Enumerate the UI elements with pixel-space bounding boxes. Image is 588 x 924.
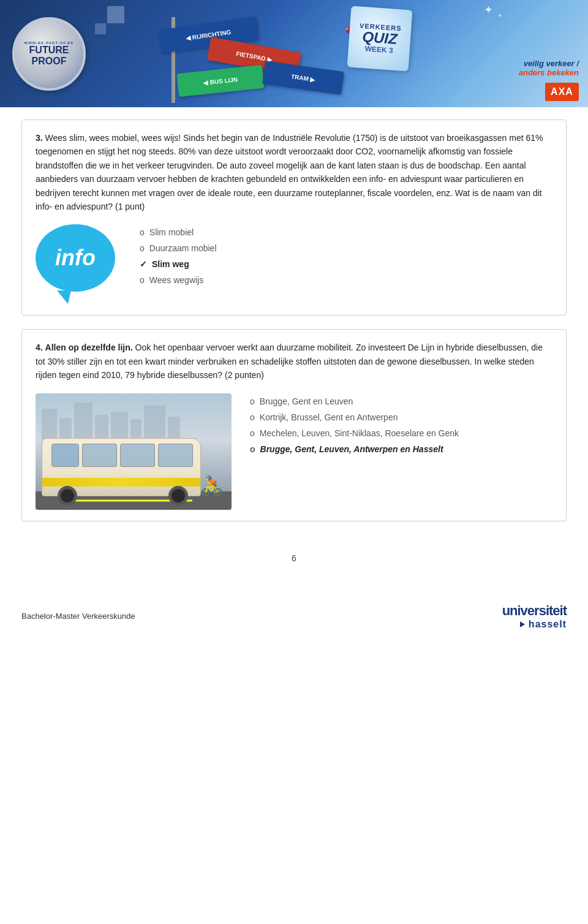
option-4-2-marker: o <box>250 412 255 422</box>
bus-stripe <box>42 478 200 487</box>
uh-logo: universiteit hasselt <box>502 603 567 630</box>
option-3-4-label: Wees wegwijs <box>149 275 203 285</box>
option-3-2-label: Duurzaam mobiel <box>149 243 217 253</box>
question-4-number: 4. <box>36 343 43 352</box>
wheel-front <box>58 486 77 506</box>
options-list-4: o Brugge, Gent en Leuven o Kortrijk, Bru… <box>250 393 552 457</box>
option-3-3: ✓ Slim weg <box>140 256 552 272</box>
veilig-text: veilig verkeer / <box>519 59 579 68</box>
page-number-container: 6 <box>0 547 588 575</box>
option-3-4-marker: o <box>140 275 145 285</box>
cyclist-icon: 🚴 <box>200 474 224 498</box>
answer-area-3: info o Slim mobiel o Duurzaam mobiel ✓ S… <box>36 224 552 304</box>
footer: Bachelor-Master Verkeerskunde universite… <box>0 594 588 639</box>
bus-window-front <box>51 444 79 467</box>
banner-left: www.be-part-of.be FUTUREPROOF <box>0 0 98 107</box>
option-4-2-label: Kortrijk, Brussel, Gent en Antwerpen <box>260 412 398 422</box>
question-4-text: 4. Allen op dezelfde lijn. Ook het openb… <box>36 341 552 382</box>
quiz-badge: VERKEERS QUIZ WEEK 3 <box>347 6 413 71</box>
option-4-2: o Kortrijk, Brussel, Gent en Antwerpen <box>250 409 552 425</box>
option-4-1-label: Brugge, Gent en Leuven <box>260 396 353 406</box>
option-3-1: o Slim mobiel <box>140 224 552 240</box>
building-3 <box>74 403 92 442</box>
bus-window-3 <box>158 444 193 467</box>
option-3-4: o Wees wegwijs <box>140 272 552 288</box>
main-content: 3. Wees slim, wees mobiel, wees wijs! Si… <box>0 107 588 547</box>
footer-left: Bachelor-Master Verkeerskunde <box>21 612 135 621</box>
bus-window-1 <box>82 444 117 467</box>
option-3-1-marker: o <box>140 227 145 237</box>
future-proof-badge: www.be-part-of.be FUTUREPROOF <box>12 17 86 91</box>
building-1 <box>42 409 57 442</box>
option-4-1-marker: o <box>250 396 255 406</box>
footer-logo: universiteit hasselt <box>502 603 567 630</box>
option-4-4: o Brugge, Gent, Leuven, Antwerpen en Has… <box>250 441 552 457</box>
info-bubble-shape: info <box>36 224 115 292</box>
option-3-3-marker: ✓ <box>140 259 147 269</box>
option-3-1-label: Slim mobiel <box>149 227 194 237</box>
bus-body <box>42 438 201 496</box>
footer-program-text: Bachelor-Master Verkeerskunde <box>21 612 135 621</box>
option-4-1: o Brugge, Gent en Leuven <box>250 393 552 409</box>
question-4-box: 4. Allen op dezelfde lijn. Ook het openb… <box>21 329 567 521</box>
banner-right: veilig verkeer / anders bekeken AXA <box>478 0 588 107</box>
info-bubble-text: info <box>55 245 96 271</box>
header-banner: www.be-part-of.be FUTUREPROOF ◀ RIJRICHT… <box>0 0 588 107</box>
axa-logo: AXA <box>545 83 579 101</box>
wheel-rear <box>168 486 188 506</box>
uh-hasselt-text: hasselt <box>529 619 567 630</box>
option-4-4-marker: o <box>250 444 255 454</box>
uh-logo-main-text: universiteit <box>502 603 567 619</box>
options-list-3: o Slim mobiel o Duurzaam mobiel ✓ Slim w… <box>140 224 552 288</box>
option-3-2-marker: o <box>140 243 145 253</box>
question-3-box: 3. Wees slim, wees mobiel, wees wijs! Si… <box>21 119 567 316</box>
badge-main: FUTUREPROOF <box>29 45 69 66</box>
bus-image: 🚴 <box>36 393 232 510</box>
option-4-3-label: Mechelen, Leuven, Sint-Niklaas, Roeselar… <box>260 428 459 438</box>
option-4-3: o Mechelen, Leuven, Sint-Niklaas, Roesel… <box>250 425 552 441</box>
page-number: 6 <box>292 553 296 563</box>
banner-center: ◀ RIJRICHTING FIETSPAD ▶ ◀ BUS LIJN TRAM… <box>98 0 478 107</box>
question-3-body: Wees slim, wees mobiel, wees wijs! Sinds… <box>36 133 543 211</box>
uh-logo-sub-text: hasselt <box>529 619 567 630</box>
question-3-text: 3. Wees slim, wees mobiel, wees wijs! Si… <box>36 131 552 213</box>
answer-area-4: 🚴 o Brugge, Gent en Leuven o Kortrijk, B… <box>36 393 552 510</box>
bus-window-2 <box>120 444 155 467</box>
anders-text: anders bekeken <box>519 68 579 77</box>
option-3-2: o Duurzaam mobiel <box>140 240 552 256</box>
question-4-intro: Allen op dezelfde lijn. Ook het openbaar… <box>36 343 543 380</box>
uh-arrow-icon <box>520 621 525 627</box>
option-4-3-marker: o <box>250 428 255 438</box>
city-bg <box>42 400 225 442</box>
bus-windows <box>51 444 193 467</box>
info-bubble: info <box>36 224 121 304</box>
question-3-number: 3. <box>36 133 43 143</box>
option-4-4-label: Brugge, Gent, Leuven, Antwerpen en Hasse… <box>260 444 443 454</box>
option-3-3-label: Slim weg <box>152 259 189 269</box>
axa-brand-text: AXA <box>551 86 573 97</box>
building-7 <box>144 406 165 442</box>
